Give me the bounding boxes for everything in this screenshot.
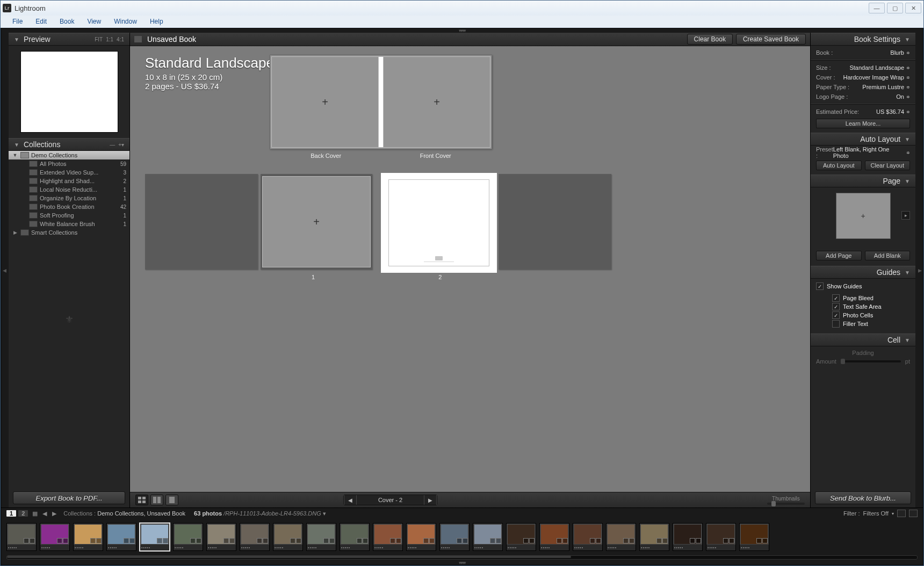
spine[interactable] — [379, 56, 383, 148]
collection-item[interactable]: All Photos59 — [9, 159, 129, 168]
collections-plus[interactable]: +▾ — [118, 142, 124, 148]
send-to-blurb-button[interactable]: Send Book to Blurb... — [815, 491, 911, 504]
page-layout-thumbnail[interactable]: + — [836, 193, 891, 239]
guide-text-safe-area[interactable]: ✓Text Safe Area — [816, 302, 910, 311]
add-page-button[interactable]: Add Page — [816, 251, 862, 260]
filter-dropdown[interactable]: Filters Off — [863, 510, 889, 517]
menu-edit[interactable]: Edit — [29, 17, 53, 26]
filter-flag-icon[interactable] — [897, 510, 906, 517]
thumbnail-size-control[interactable]: Thumbnails — [767, 496, 805, 505]
learn-more-button[interactable]: Learn More... — [816, 119, 910, 128]
filmstrip-thumbnail[interactable]: ••••• — [106, 523, 136, 551]
view-single-button[interactable] — [165, 495, 178, 505]
filmstrip-thumbnail[interactable]: ••••• — [406, 523, 436, 551]
padding-slider[interactable] — [841, 360, 901, 362]
collection-item[interactable]: Photo Book Creation42 — [9, 202, 129, 211]
zoom-1to1[interactable]: 1:1 — [106, 37, 113, 42]
page-1[interactable]: + — [261, 174, 372, 270]
display-1-badge[interactable]: 1 — [6, 510, 16, 517]
preset-row[interactable]: Preset : Left Blank, Right One Photo ≑ — [816, 148, 910, 157]
page-2[interactable] — [382, 174, 496, 272]
filmstrip[interactable]: ••••••••••••••••••••••••••••••••••••••••… — [1, 519, 923, 555]
guide-filler-text[interactable]: Filler Text — [816, 320, 910, 328]
filmstrip-thumbnail[interactable]: ••••• — [673, 523, 703, 551]
prev-photo-button[interactable]: ◀ — [41, 510, 48, 517]
clear-book-button[interactable]: Clear Book — [687, 34, 733, 45]
filmstrip-thumbnail[interactable]: ••••• — [506, 523, 536, 551]
menubar[interactable]: FileEditBookViewWindowHelp — [1, 16, 923, 28]
auto-layout-header[interactable]: Auto Layout▼ — [811, 133, 915, 146]
collections-minus[interactable]: — — [110, 142, 115, 148]
view-multi-button[interactable] — [135, 495, 148, 505]
setting-row[interactable]: Book :Blurb≑ — [816, 48, 910, 57]
filmstrip-thumbnail[interactable]: ••••• — [473, 523, 503, 551]
filmstrip-thumbnail[interactable]: ••••• — [6, 523, 37, 551]
filmstrip-thumbnail[interactable]: ••••• — [173, 523, 203, 551]
back-cover-cell[interactable]: + — [271, 56, 379, 148]
setting-row[interactable]: Size :Standard Landscape≑ — [816, 63, 910, 72]
filmstrip-thumbnail[interactable]: ••••• — [573, 523, 603, 551]
guide-page-bleed[interactable]: ✓Page Bleed — [816, 294, 910, 302]
book-canvas[interactable]: Standard Landscape 10 x 8 in (25 x 20 cm… — [130, 46, 810, 492]
guide-photo-cells[interactable]: ✓Photo Cells — [816, 311, 910, 320]
filter-lock-icon[interactable] — [909, 510, 918, 517]
filmstrip-thumbnail[interactable]: ••••• — [240, 523, 270, 551]
filmstrip-thumbnail[interactable]: ••••• — [739, 523, 769, 551]
add-blank-button[interactable]: Add Blank — [865, 251, 911, 260]
close-button[interactable]: ✕ — [905, 3, 921, 13]
menu-window[interactable]: Window — [107, 17, 143, 26]
display-2-badge[interactable]: 2 — [18, 510, 28, 517]
filmstrip-thumbnail[interactable]: ••••• — [306, 523, 336, 551]
filmstrip-thumbnail[interactable]: ••••• — [373, 523, 403, 551]
show-guides-checkbox[interactable]: ✓Show Guides — [816, 282, 910, 291]
zoom-4to1[interactable]: 4:1 — [117, 37, 124, 42]
filmstrip-thumbnail[interactable]: ••••• — [606, 523, 636, 551]
collection-item[interactable]: Organize By Location1 — [9, 194, 129, 202]
create-saved-book-button[interactable]: Create Saved Book — [736, 34, 806, 45]
collection-item[interactable]: White Balance Brush1 — [9, 220, 129, 228]
thumbnail-slider[interactable] — [767, 503, 805, 505]
maximize-button[interactable]: ▢ — [887, 3, 903, 13]
right-panel-toggle[interactable]: ▸ — [916, 262, 923, 278]
filmstrip-thumbnail[interactable]: ••••• — [206, 523, 236, 551]
cell-header[interactable]: Cell▼ — [811, 333, 915, 346]
next-photo-button[interactable]: ▶ — [50, 510, 58, 517]
collection-item[interactable]: Highlight and Shad...2 — [9, 177, 129, 185]
view-grid-icon[interactable] — [134, 36, 142, 42]
book-settings-header[interactable]: Book Settings▼ — [811, 33, 915, 46]
collection-item[interactable]: Soft Proofing1 — [9, 211, 129, 220]
filmstrip-thumbnail[interactable]: ••••• — [340, 523, 370, 551]
menu-file[interactable]: File — [6, 17, 29, 26]
front-cover-cell[interactable]: + — [383, 56, 490, 148]
filmstrip-thumbnail[interactable]: ••••• — [140, 523, 170, 551]
guides-header[interactable]: Guides▼ — [811, 266, 915, 279]
minimize-button[interactable]: — — [869, 3, 885, 13]
zoom-fit[interactable]: FIT — [95, 37, 103, 42]
view-spread-button[interactable] — [150, 495, 163, 505]
layout-picker-button[interactable]: ▸ — [901, 211, 910, 220]
setting-row[interactable]: Logo Page :On≑ — [816, 92, 910, 101]
cover-spread[interactable]: + + Back Cover Front Cover — [270, 55, 492, 159]
next-page-button[interactable]: ▶ — [424, 495, 437, 505]
grid-icon[interactable]: ▦ — [31, 510, 39, 517]
auto-layout-button[interactable]: Auto Layout — [816, 161, 862, 170]
preview-panel-header[interactable]: ▼ Preview FIT 1:1 4:1 — [9, 33, 129, 46]
preview-thumbnail[interactable] — [20, 51, 118, 133]
filmstrip-thumbnail[interactable]: ••••• — [706, 523, 736, 551]
collection-item[interactable]: Extended Video Sup...3 — [9, 168, 129, 177]
collection-set-smart-collections[interactable]: ▶Smart Collections — [9, 228, 129, 237]
filmstrip-thumbnail[interactable]: ••••• — [439, 523, 470, 551]
source-path[interactable]: Collections : Demo Collections, Unsaved … — [63, 510, 185, 517]
left-panel-toggle[interactable]: ◂ — [1, 262, 8, 278]
export-pdf-button[interactable]: Export Book to PDF... — [13, 491, 125, 504]
bottom-panel-toggle[interactable]: ▾▾▾▾ — [1, 561, 923, 565]
filmstrip-thumbnail[interactable]: ••••• — [639, 523, 669, 551]
menu-help[interactable]: Help — [143, 17, 170, 26]
top-panel-toggle[interactable]: ▾▾▾▾ — [1, 28, 923, 33]
filmstrip-thumbnail[interactable]: ••••• — [273, 523, 303, 551]
page-panel-header[interactable]: Page▼ — [811, 175, 915, 187]
clear-layout-button[interactable]: Clear Layout — [865, 161, 911, 170]
menu-book[interactable]: Book — [53, 17, 81, 26]
setting-row[interactable]: Cover :Hardcover Image Wrap≑ — [816, 72, 910, 82]
page-indicator[interactable]: Cover - 2 — [357, 497, 424, 503]
